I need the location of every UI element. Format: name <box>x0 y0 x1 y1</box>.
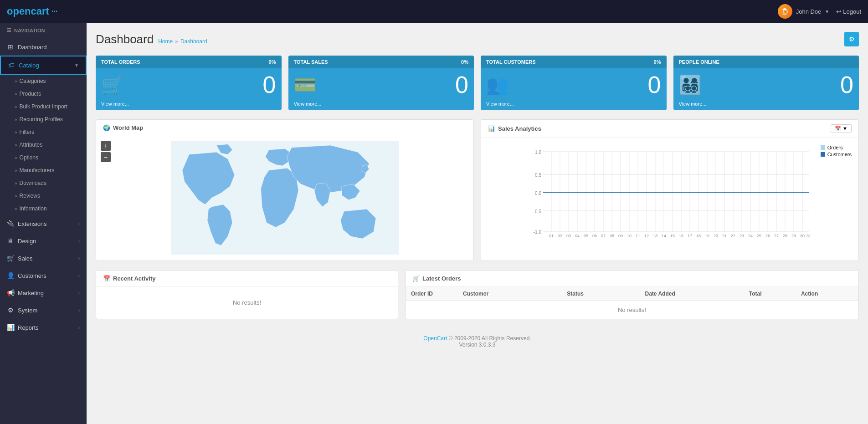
reviews-label: Reviews <box>20 193 40 199</box>
footer-copyright: © 2009-2020 All Rights Reserved. <box>449 335 531 342</box>
sidebar-customers-label: Customers <box>18 272 46 279</box>
svg-text:03: 03 <box>566 234 571 238</box>
sidebar-item-marketing[interactable]: 📢 Marketing › <box>0 284 87 301</box>
user-name: John Doe <box>796 8 822 15</box>
online-header: PEOPLE ONLINE <box>673 56 859 68</box>
manufacturers-label: Manufacturers <box>20 167 55 174</box>
sales-percent: 0% <box>461 59 468 65</box>
breadcrumb-current: Dashboard <box>180 38 207 45</box>
orders-table: Order ID Customer Status Date Added Tota… <box>406 287 858 319</box>
svg-text:05: 05 <box>584 234 588 238</box>
svg-text:21: 21 <box>722 234 727 238</box>
sidebar-sub-options[interactable]: Options <box>0 151 87 164</box>
svg-text:04: 04 <box>575 234 580 238</box>
marketing-arrow-icon: › <box>78 291 80 296</box>
customers-icon: 👤 <box>7 272 14 279</box>
options-label: Options <box>20 154 38 161</box>
world-map-title: World Map <box>113 124 143 131</box>
svg-text:11: 11 <box>636 234 640 238</box>
orders-legend-dot <box>821 145 825 150</box>
date-picker-button[interactable]: 📅 ▼ <box>831 124 852 133</box>
sales-analytics-panel: 📊 Sales Analytics 📅 ▼ Orders <box>481 119 859 261</box>
sidebar-item-reports[interactable]: 📊 Reports › <box>0 319 87 336</box>
world-map-panel: 🌍 World Map + − <box>96 119 474 261</box>
customers-link[interactable]: View more... <box>481 99 667 110</box>
sales-icon: 🛒 <box>7 255 14 262</box>
logout-icon: ↩ <box>836 8 841 15</box>
sidebar-item-extensions[interactable]: 🔌 Extensions › <box>0 215 87 232</box>
latest-orders-title: Latest Orders <box>422 275 461 282</box>
svg-text:02: 02 <box>558 234 562 238</box>
sidebar-sub-bulk-import[interactable]: Bulk Product Import <box>0 100 87 113</box>
sales-label: TOTAL SALES <box>294 59 328 65</box>
sidebar-item-design[interactable]: 🖥 Design › <box>0 232 87 250</box>
recent-activity-title: Recent Activity <box>113 275 155 282</box>
user-menu[interactable]: 🍺 John Doe ▼ <box>778 4 830 19</box>
sidebar-sub-information[interactable]: Information <box>0 202 87 215</box>
sidebar-sub-manufacturers[interactable]: Manufacturers <box>0 164 87 177</box>
sidebar-item-catalog[interactable]: 🏷 Catalog ▼ <box>0 56 87 75</box>
system-icon: ⚙ <box>7 307 14 314</box>
logo-text: opencart <box>7 5 49 17</box>
nav-header-label: NAVIGATION <box>14 28 45 33</box>
svg-text:0.5: 0.5 <box>535 173 541 178</box>
map-zoom-in-button[interactable]: + <box>101 141 111 151</box>
sidebar-sub-reviews[interactable]: Reviews <box>0 189 87 202</box>
customers-stat-label: TOTAL CUSTOMERS <box>486 59 536 65</box>
sidebar-sub-filters[interactable]: Filters <box>0 126 87 138</box>
breadcrumb-sep: » <box>175 38 178 45</box>
recent-activity-panel: 📅 Recent Activity No results! <box>96 270 398 319</box>
page-title-area: Dashboard Home » Dashboard <box>96 32 207 46</box>
sidebar-catalog-label: Catalog <box>19 62 39 69</box>
svg-text:15: 15 <box>670 234 675 238</box>
settings-button[interactable]: ⚙ <box>844 32 859 46</box>
orders-table-header: Order ID Customer Status Date Added Tota… <box>406 287 858 301</box>
gear-icon: ⚙ <box>849 36 855 43</box>
online-link[interactable]: View more... <box>673 99 859 110</box>
svg-text:26: 26 <box>765 234 770 238</box>
stat-card-orders: TOTAL ORDERS 0% 🛒 0 View more... <box>96 56 282 110</box>
logout-button[interactable]: ↩ Logout <box>836 8 861 15</box>
sidebar-sub-categories[interactable]: Categories <box>0 75 87 87</box>
breadcrumb-home[interactable]: Home <box>158 38 173 45</box>
sales-link[interactable]: View more... <box>288 99 474 110</box>
stat-card-sales: TOTAL SALES 0% 💳 0 View more... <box>288 56 474 110</box>
sidebar-system-label: System <box>18 307 37 314</box>
sidebar-sub-downloads[interactable]: Downloads <box>0 177 87 189</box>
recent-activity-empty: No results! <box>103 294 391 312</box>
bottom-row: 📅 Recent Activity No results! 🛒 Latest O… <box>96 270 859 319</box>
reports-arrow-icon: › <box>78 325 80 330</box>
sidebar-marketing-label: Marketing <box>18 290 44 296</box>
categories-label: Categories <box>20 78 46 84</box>
sidebar-sub-recurring[interactable]: Recurring Profiles <box>0 113 87 126</box>
customers-header: TOTAL CUSTOMERS 0% <box>481 56 667 68</box>
sidebar-sub-products[interactable]: Products <box>0 87 87 100</box>
col-order-id: Order ID <box>411 291 463 297</box>
svg-text:31: 31 <box>806 234 811 238</box>
svg-text:07: 07 <box>601 234 606 238</box>
sidebar-item-system[interactable]: ⚙ System › <box>0 301 87 319</box>
filters-label: Filters <box>20 129 35 135</box>
svg-text:20: 20 <box>714 234 718 238</box>
customers-body: 👥 0 <box>481 68 667 99</box>
footer-brand-link[interactable]: OpenCart <box>423 335 447 342</box>
svg-text:14: 14 <box>662 234 666 238</box>
col-total: Total <box>749 291 801 297</box>
svg-text:1.0: 1.0 <box>535 150 541 155</box>
latest-orders-panel: 🛒 Latest Orders Order ID Customer Status… <box>405 270 859 319</box>
col-date-added: Date Added <box>645 291 749 297</box>
svg-text:25: 25 <box>757 234 761 238</box>
online-label: PEOPLE ONLINE <box>679 59 719 65</box>
sidebar-item-sales[interactable]: 🛒 Sales › <box>0 250 87 267</box>
sales-body: 💳 0 <box>288 68 474 99</box>
sidebar-item-dashboard[interactable]: ⊞ Dashboard <box>0 38 87 56</box>
logo: opencart ··· <box>7 5 57 17</box>
latest-orders-heading: 🛒 Latest Orders <box>406 271 858 287</box>
calendar-recent-icon: 📅 <box>103 275 110 282</box>
map-zoom-out-button[interactable]: − <box>101 152 111 162</box>
orders-link[interactable]: View more... <box>96 99 282 110</box>
sidebar-sub-attributes[interactable]: Attributes <box>0 138 87 151</box>
design-icon: 🖥 <box>7 237 14 245</box>
main-content: Dashboard Home » Dashboard ⚙ TOTAL ORDER… <box>87 23 868 424</box>
sidebar-item-customers[interactable]: 👤 Customers › <box>0 267 87 284</box>
